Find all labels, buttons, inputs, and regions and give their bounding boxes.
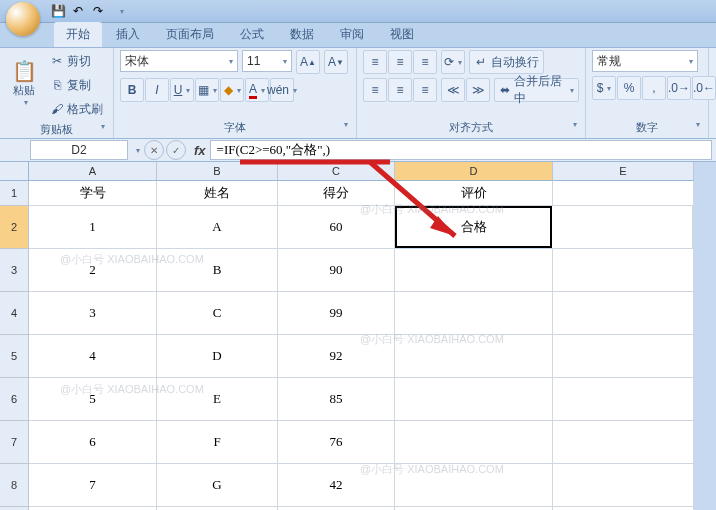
- row-header-1[interactable]: 1: [0, 181, 29, 206]
- cell[interactable]: 4: [29, 335, 157, 378]
- col-header-a[interactable]: A: [29, 162, 157, 181]
- fx-icon[interactable]: fx: [194, 143, 206, 158]
- cell[interactable]: [553, 249, 694, 292]
- redo-icon[interactable]: ↷: [90, 3, 106, 19]
- row-header-6[interactable]: 6: [0, 378, 29, 421]
- align-center-button[interactable]: ≡: [388, 78, 412, 102]
- cell[interactable]: 42: [278, 464, 395, 507]
- cell[interactable]: 得分: [278, 181, 395, 206]
- row-header-8[interactable]: 8: [0, 464, 29, 507]
- tab-insert[interactable]: 插入: [104, 22, 152, 47]
- cell[interactable]: [395, 464, 553, 507]
- align-middle-button[interactable]: ≡: [388, 50, 412, 74]
- cancel-formula-button[interactable]: ✕: [144, 140, 164, 160]
- row-header-2[interactable]: 2: [0, 206, 29, 249]
- tab-view[interactable]: 视图: [378, 22, 426, 47]
- increase-font-button[interactable]: A▲: [296, 50, 320, 74]
- comma-button[interactable]: ,: [642, 76, 666, 100]
- align-right-button[interactable]: ≡: [413, 78, 437, 102]
- font-size-combo[interactable]: 11▾: [242, 50, 292, 72]
- cell[interactable]: C: [157, 292, 278, 335]
- phonetic-button[interactable]: wén▾: [270, 78, 294, 102]
- cell[interactable]: 85: [278, 378, 395, 421]
- cell[interactable]: F: [157, 421, 278, 464]
- cell[interactable]: 学号: [29, 181, 157, 206]
- cell[interactable]: [395, 335, 553, 378]
- name-box-dropdown-icon[interactable]: ▾: [136, 146, 140, 155]
- col-header-b[interactable]: B: [157, 162, 278, 181]
- formula-input[interactable]: =IF(C2>=60,"合格",): [210, 140, 712, 160]
- cell[interactable]: [552, 206, 693, 249]
- cell[interactable]: [553, 292, 694, 335]
- name-box[interactable]: D2: [30, 140, 128, 160]
- col-header-d[interactable]: D: [395, 162, 553, 181]
- wrap-text-button[interactable]: ↵自动换行: [469, 50, 544, 74]
- paste-button[interactable]: 📋 粘贴 ▾: [6, 50, 42, 116]
- cell[interactable]: 5: [29, 378, 157, 421]
- align-top-button[interactable]: ≡: [363, 50, 387, 74]
- enter-formula-button[interactable]: ✓: [166, 140, 186, 160]
- cell[interactable]: [395, 292, 553, 335]
- italic-button[interactable]: I: [145, 78, 169, 102]
- undo-icon[interactable]: ↶: [70, 3, 86, 19]
- cell[interactable]: [553, 421, 694, 464]
- tab-data[interactable]: 数据: [278, 22, 326, 47]
- tab-review[interactable]: 审阅: [328, 22, 376, 47]
- font-name-combo[interactable]: 宋体▾: [120, 50, 238, 72]
- qat-dropdown-icon[interactable]: ▾: [114, 3, 130, 19]
- office-button[interactable]: [6, 2, 40, 36]
- cell[interactable]: [395, 249, 553, 292]
- cell[interactable]: A: [157, 206, 278, 249]
- cell[interactable]: 7: [29, 464, 157, 507]
- cell[interactable]: [553, 464, 694, 507]
- align-bottom-button[interactable]: ≡: [413, 50, 437, 74]
- align-left-button[interactable]: ≡: [363, 78, 387, 102]
- cell[interactable]: G: [157, 464, 278, 507]
- select-all-corner[interactable]: [0, 162, 29, 181]
- percent-button[interactable]: %: [617, 76, 641, 100]
- cut-button[interactable]: ✂剪切: [46, 50, 107, 72]
- merge-center-button[interactable]: ⬌合并后居中▾: [494, 78, 579, 102]
- cell[interactable]: 90: [278, 249, 395, 292]
- underline-button[interactable]: U▾: [170, 78, 194, 102]
- bold-button[interactable]: B: [120, 78, 144, 102]
- cell[interactable]: D: [157, 335, 278, 378]
- row-header-7[interactable]: 7: [0, 421, 29, 464]
- cell-selected[interactable]: 合格: [395, 206, 552, 248]
- copy-button[interactable]: ⎘复制: [46, 74, 107, 96]
- cell[interactable]: [553, 378, 694, 421]
- row-header-5[interactable]: 5: [0, 335, 29, 378]
- border-button[interactable]: ▦▾: [195, 78, 219, 102]
- cell[interactable]: 92: [278, 335, 395, 378]
- cell[interactable]: [395, 421, 553, 464]
- cell[interactable]: [553, 181, 694, 206]
- cell[interactable]: 3: [29, 292, 157, 335]
- cell[interactable]: 1: [29, 206, 157, 249]
- fill-color-button[interactable]: ◆▾: [220, 78, 244, 102]
- save-icon[interactable]: 💾: [50, 3, 66, 19]
- cell[interactable]: 评价: [395, 181, 553, 206]
- format-painter-button[interactable]: 🖌格式刷: [46, 98, 107, 120]
- cell[interactable]: 76: [278, 421, 395, 464]
- font-color-button[interactable]: A▾: [245, 78, 269, 102]
- cell[interactable]: 60: [278, 206, 395, 249]
- cell[interactable]: 2: [29, 249, 157, 292]
- number-format-combo[interactable]: 常规▾: [592, 50, 698, 72]
- row-header-4[interactable]: 4: [0, 292, 29, 335]
- cell[interactable]: 99: [278, 292, 395, 335]
- cell[interactable]: 6: [29, 421, 157, 464]
- accounting-format-button[interactable]: $▾: [592, 76, 616, 100]
- orientation-button[interactable]: ⟳▾: [441, 50, 465, 74]
- increase-decimal-button[interactable]: .0→: [667, 76, 691, 100]
- col-header-e[interactable]: E: [553, 162, 694, 181]
- cell[interactable]: B: [157, 249, 278, 292]
- row-header-3[interactable]: 3: [0, 249, 29, 292]
- decrease-decimal-button[interactable]: .0←: [692, 76, 716, 100]
- decrease-font-button[interactable]: A▼: [324, 50, 348, 74]
- increase-indent-button[interactable]: ≫: [466, 78, 490, 102]
- tab-home[interactable]: 开始: [54, 22, 102, 47]
- tab-pagelayout[interactable]: 页面布局: [154, 22, 226, 47]
- cell[interactable]: [395, 378, 553, 421]
- decrease-indent-button[interactable]: ≪: [441, 78, 465, 102]
- col-header-c[interactable]: C: [278, 162, 395, 181]
